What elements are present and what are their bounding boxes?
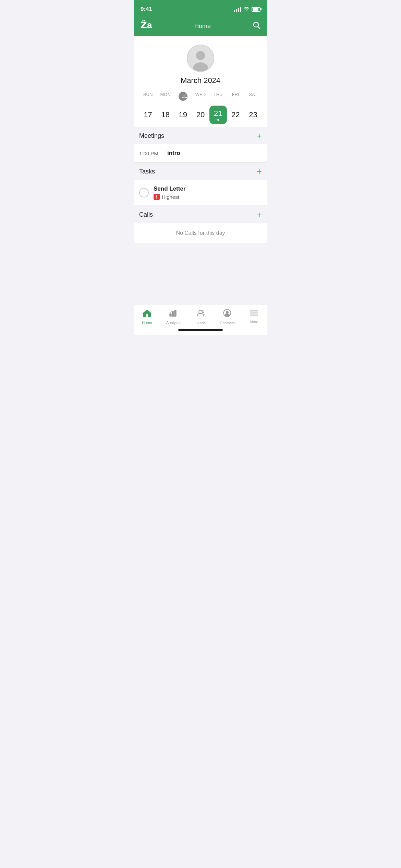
leads-icon: [196, 309, 205, 320]
svg-rect-6: [170, 314, 171, 316]
svg-point-12: [226, 311, 229, 314]
day-tue: TUE: [174, 91, 192, 102]
meetings-title: Meetings: [139, 132, 164, 140]
tab-analytics[interactable]: Analytics: [160, 309, 187, 325]
tab-home-label: Home: [142, 321, 152, 325]
avatar[interactable]: [187, 45, 214, 72]
calendar-day-names: SUN MON TUE WED THU FRI SAT: [139, 91, 262, 102]
home-bar: [178, 329, 223, 331]
home-indicator: [134, 326, 267, 335]
svg-point-4: [196, 51, 205, 60]
day-mon: MON: [157, 91, 174, 102]
tab-home[interactable]: Home: [134, 309, 160, 325]
wifi-icon: [243, 7, 250, 12]
tab-contacts[interactable]: Contacts: [214, 309, 241, 325]
tasks-title: Tasks: [139, 168, 155, 175]
more-icon: [250, 310, 258, 318]
svg-rect-7: [172, 312, 174, 316]
day-sat: SAT: [244, 91, 262, 102]
task-priority: ! Highest: [154, 194, 262, 200]
status-bar: 9:41: [134, 0, 267, 17]
meeting-name: intro: [167, 150, 180, 157]
tasks-header: Tasks +: [134, 162, 267, 180]
analytics-icon: [169, 309, 179, 319]
battery-icon: [252, 7, 260, 12]
calls-header: Calls +: [134, 206, 267, 223]
task-name: Send Letter: [154, 185, 262, 192]
meeting-item[interactable]: 1:00 PM intro: [134, 144, 267, 162]
svg-text:Z̈a: Z̈a: [141, 20, 152, 30]
meeting-time: 1:00 PM: [139, 150, 163, 156]
avatar-section: [134, 36, 267, 76]
no-calls-message: No Calls for this day: [134, 223, 267, 243]
cal-date-18[interactable]: 18: [157, 106, 174, 124]
cal-date-20[interactable]: 20: [192, 106, 209, 124]
cal-date-23[interactable]: 23: [244, 106, 262, 124]
home-icon: [143, 309, 151, 319]
tab-more[interactable]: More: [241, 310, 267, 324]
calendar-section: March 2024 SUN MON TUE WED THU FRI SAT 1…: [134, 76, 267, 127]
day-sun: SUN: [139, 91, 157, 102]
meetings-header: Meetings +: [134, 127, 267, 144]
meetings-add-button[interactable]: +: [257, 131, 262, 140]
tab-bar: Home Analytics Leads: [134, 305, 267, 326]
status-icons: [234, 7, 260, 12]
calls-title: Calls: [139, 211, 153, 218]
cal-date-21[interactable]: 21: [209, 106, 227, 124]
task-info: Send Letter ! Highest: [154, 185, 262, 200]
tab-analytics-label: Analytics: [166, 321, 181, 325]
day-fri: FRI: [227, 91, 244, 102]
priority-icon: !: [154, 194, 160, 200]
cal-date-22[interactable]: 22: [227, 106, 244, 124]
status-time: 9:41: [141, 6, 152, 13]
app-logo: Z̈a: [141, 20, 153, 32]
day-wed: WED: [192, 91, 209, 102]
signal-icon: [234, 7, 241, 12]
empty-area: [134, 243, 267, 305]
tab-more-label: More: [250, 320, 258, 324]
nav-title: Home: [194, 23, 211, 30]
tab-leads-label: Leads: [195, 321, 206, 325]
month-year: March 2024: [139, 76, 262, 85]
cal-date-19[interactable]: 19: [174, 106, 192, 124]
tab-leads[interactable]: Leads: [187, 309, 214, 325]
task-item[interactable]: Send Letter ! Highest: [134, 180, 267, 206]
nav-bar: Z̈a Home: [134, 17, 267, 36]
priority-label: Highest: [162, 194, 179, 200]
tasks-add-button[interactable]: +: [257, 167, 262, 176]
calendar-dates: 17 18 19 20 21 22 23: [139, 106, 262, 124]
search-button[interactable]: [252, 21, 260, 31]
day-thu: THU: [209, 91, 227, 102]
svg-line-2: [258, 27, 260, 29]
cal-date-17[interactable]: 17: [139, 106, 157, 124]
calls-add-button[interactable]: +: [257, 210, 262, 219]
task-checkbox[interactable]: [139, 188, 149, 197]
tab-contacts-label: Contacts: [220, 321, 234, 325]
contacts-icon: [223, 309, 232, 320]
